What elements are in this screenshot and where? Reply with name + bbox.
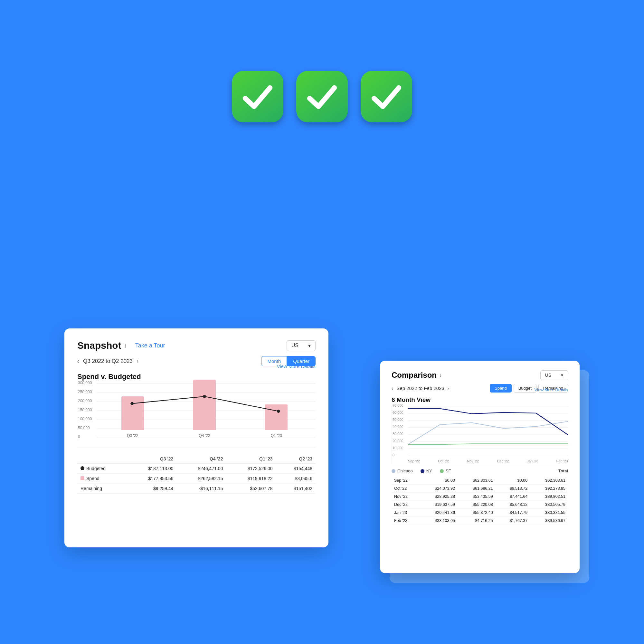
budgeted-q1: $172,526.00 — [226, 464, 276, 474]
comp-sf-feb: $1,767.37 — [496, 517, 530, 525]
x-label-nov: Nov '22 — [467, 459, 479, 463]
bar-q3 — [121, 396, 144, 430]
snapshot-title: Snapshot ↓ — [77, 340, 127, 351]
snapshot-header: Snapshot ↓ Take a Tour US ▾ — [77, 340, 316, 351]
table-col-header-q2: Q2 '23 — [276, 454, 316, 464]
spend-q3: $177,853.56 — [127, 474, 176, 484]
spend-label: Spend — [77, 474, 127, 484]
comp-row-feb: Feb '23 $33,103.05 $4,716.25 $1,767.37 $… — [392, 517, 568, 525]
comp-x-labels: Sep '22 Oct '22 Nov '22 Dec '22 Jan '23 … — [408, 459, 568, 463]
checkmark-icon-2 — [296, 71, 348, 122]
comp-row-sep: Sep '22 $0.00 $62,303.61 $0.00 $62,303.6… — [392, 477, 568, 485]
bar-chart: 300,000 250,000 200,000 150,000 100,000 … — [77, 384, 316, 448]
snapshot-title-text: Snapshot — [77, 340, 121, 351]
bar-q1 — [265, 404, 288, 430]
comp-period-feb: Feb '23 — [392, 517, 420, 525]
ny-dot — [421, 469, 424, 473]
comp-sf-nov: $7,441.64 — [496, 493, 530, 501]
comp-row-dec: Dec '22 $19,637.59 $55,220.08 $5,648.12 … — [392, 501, 568, 509]
budget-button[interactable]: Budget — [514, 384, 536, 393]
table-col-header-q3: Q3 '22 — [127, 454, 176, 464]
view-more-link[interactable]: View More Details — [277, 364, 316, 369]
comp-ny-dec: $55,220.08 — [458, 501, 496, 509]
comp-ny-sep: $62,303.61 — [458, 477, 496, 485]
comp-sf-jan: $4,517.79 — [496, 509, 530, 517]
next-period-button[interactable]: › — [137, 358, 138, 365]
comp-ny-oct: $61,686.21 — [458, 485, 496, 493]
comp-line-chart: 70,000 60,000 50,000 40,000 30,000 20,00… — [392, 406, 568, 464]
comp-row-oct: Oct '22 $24,073.92 $61,686.21 $6,513.72 … — [392, 485, 568, 493]
comp-chicago-nov: $28,925.28 — [420, 493, 458, 501]
chicago-dot — [392, 469, 395, 473]
comp-download-icon[interactable]: ↓ — [439, 372, 442, 378]
comp-ny-feb: $4,716.25 — [458, 517, 496, 525]
take-tour-link[interactable]: Take a Tour — [135, 342, 165, 349]
comparison-table: Sep '22 $0.00 $62,303.61 $0.00 $62,303.6… — [392, 477, 568, 525]
comp-dropdown-arrow-icon: ▾ — [561, 373, 563, 378]
background: Snapshot ↓ Take a Tour US ▾ ‹ Q3 2022 to… — [0, 0, 644, 644]
dropdown-arrow-icon: ▾ — [308, 343, 311, 349]
bars-area: Q3 '22 Q4 '22 Q1 '23 — [97, 384, 312, 438]
sf-dot — [440, 469, 444, 473]
budgeted-q4: $246,471.00 — [176, 464, 226, 474]
ny-label: NY — [426, 469, 432, 473]
comp-us-dropdown[interactable]: US ▾ — [540, 370, 568, 380]
budgeted-q3: $187,113.00 — [127, 464, 176, 474]
comp-total-jan: $80,331.55 — [530, 509, 568, 517]
comparison-card: Comparison ↓ US ▾ ‹ Sep 2022 to Feb 2023… — [380, 361, 580, 573]
snapshot-card: Snapshot ↓ Take a Tour US ▾ ‹ Q3 2022 to… — [64, 328, 328, 547]
comp-period-dec: Dec '22 — [392, 501, 420, 509]
comp-total-dec: $80,505.79 — [530, 501, 568, 509]
spend-q4: $262,582.15 — [176, 474, 226, 484]
budgeted-q2: $154,448 — [276, 464, 316, 474]
table-row-spend: Spend $177,853.56 $262,582.15 $119,918.2… — [77, 474, 316, 484]
comp-row-jan: Jan '23 $20,441.36 $55,372.40 $4,517.79 … — [392, 509, 568, 517]
us-dropdown[interactable]: US ▾ — [287, 340, 316, 351]
comp-total-oct: $92,273.85 — [530, 485, 568, 493]
x-label-dec: Dec '22 — [497, 459, 509, 463]
comp-period-oct: Oct '22 — [392, 485, 420, 493]
comp-chart-title: 6 Month View — [392, 396, 431, 403]
checkmark-icon-1 — [232, 71, 283, 122]
bar-label-q4: Q4 '22 — [199, 433, 210, 438]
remaining-label: Remaining — [77, 484, 127, 494]
snapshot-date-nav: ‹ Q3 2022 to Q2 2023 › — [77, 358, 261, 365]
checkmark-icon-3 — [361, 71, 412, 122]
spend-button[interactable]: Spend — [490, 384, 512, 393]
comp-ny-jan: $55,372.40 — [458, 509, 496, 517]
spend-q1: $119,918.22 — [226, 474, 276, 484]
comp-svg — [408, 406, 568, 456]
legend-sf: SF — [440, 469, 451, 473]
comp-period-nov: Nov '22 — [392, 493, 420, 501]
prev-period-button[interactable]: ‹ — [77, 358, 79, 365]
comp-next-button[interactable]: › — [448, 385, 449, 391]
download-icon[interactable]: ↓ — [124, 342, 127, 349]
remaining-q1: $52,607.78 — [226, 484, 276, 494]
comp-row-nov: Nov '22 $28,925.28 $53,435.59 $7,441.64 … — [392, 493, 568, 501]
comp-chicago-dec: $19,637.59 — [420, 501, 458, 509]
date-range-text: Q3 2022 to Q2 2023 — [83, 358, 133, 365]
comp-sf-oct: $6,513.72 — [496, 485, 530, 493]
comp-date-range: Sep 2022 to Feb 2023 — [396, 385, 444, 391]
comparison-title: Comparison ↓ — [392, 371, 442, 380]
comp-chicago-feb: $33,103.05 — [420, 517, 458, 525]
bar-label-q1: Q1 '23 — [271, 433, 282, 438]
budgeted-label: Budgeted — [77, 464, 127, 474]
comp-period-jan: Jan '23 — [392, 509, 420, 517]
legend-ny: NY — [421, 469, 432, 473]
table-row-remaining: Remaining $9,259.44 -$16,111.15 $52,607.… — [77, 484, 316, 494]
x-label-feb: Feb '23 — [556, 459, 568, 463]
comp-chicago-oct: $24,073.92 — [420, 485, 458, 493]
chart-title: Spend v. Budgeted — [77, 373, 141, 381]
spend-q2: $3,045.6 — [276, 474, 316, 484]
remaining-q4: -$16,111.15 — [176, 484, 226, 494]
comparison-title-text: Comparison — [392, 371, 437, 380]
comp-total-feb: $39,586.67 — [530, 517, 568, 525]
table-col-header-label — [77, 454, 127, 464]
comp-view-more-link[interactable]: View More Details — [534, 387, 568, 392]
bar-group-q3: Q3 '22 — [97, 396, 168, 438]
comp-sf-sep: $0.00 — [496, 477, 530, 485]
comp-dropdown-label: US — [545, 373, 551, 378]
x-label-sep: Sep '22 — [408, 459, 420, 463]
comp-prev-button[interactable]: ‹ — [392, 385, 393, 391]
